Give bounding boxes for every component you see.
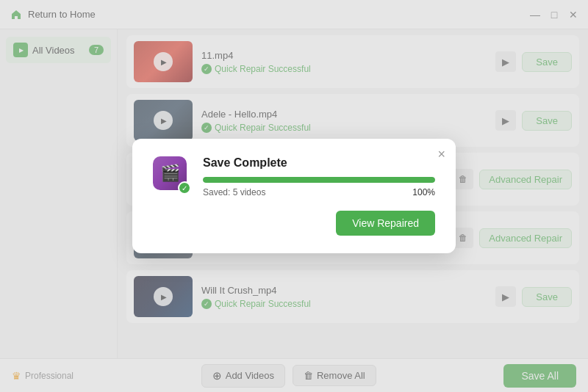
modal-title: Save Complete	[203, 156, 435, 170]
modal-check-icon: ✓	[178, 181, 191, 195]
progress-row: Saved: 5 videos 100%	[203, 187, 435, 197]
modal-content: Save Complete Saved: 5 videos 100%	[203, 156, 435, 197]
overlay: × 🎬 ✓ Save Complete Saved: 5 videos 100%…	[0, 0, 588, 392]
progress-pct: 100%	[412, 187, 435, 197]
progress-bar-fill	[203, 177, 435, 183]
save-complete-modal: × 🎬 ✓ Save Complete Saved: 5 videos 100%…	[132, 139, 456, 253]
saved-text: Saved: 5 videos	[203, 187, 265, 197]
modal-body: 🎬 ✓ Save Complete Saved: 5 videos 100%	[153, 156, 435, 197]
modal-footer: View Repaired	[153, 211, 435, 236]
progress-bar-wrap	[203, 177, 435, 183]
view-repaired-btn[interactable]: View Repaired	[336, 211, 435, 236]
modal-close-btn[interactable]: ×	[437, 148, 445, 161]
modal-icon-wrap: 🎬 ✓	[153, 156, 191, 195]
